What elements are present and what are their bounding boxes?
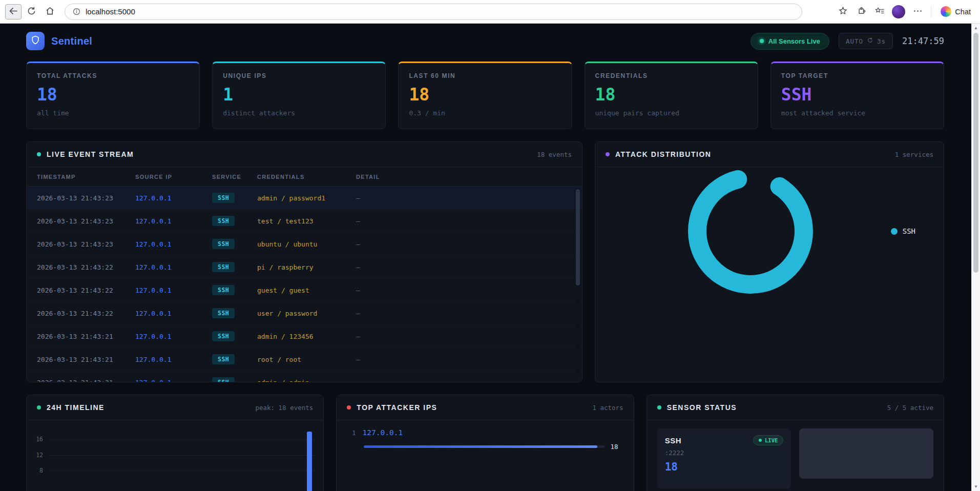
- event-detail: —: [356, 187, 582, 210]
- events-scrollbar[interactable]: [576, 188, 580, 378]
- event-source-ip: 127.0.0.1: [135, 210, 212, 233]
- event-service-cell: SSH: [212, 279, 257, 302]
- sensors-live-badge: All Sensors Live: [750, 33, 829, 50]
- star-icon: [838, 6, 848, 18]
- ellipsis-icon: [912, 6, 923, 18]
- menu-ellipsis-button[interactable]: [909, 4, 926, 20]
- service-badge: SSH: [212, 308, 235, 318]
- sensor-status-panel: SENSOR STATUS 5 / 5 active SSH: [647, 395, 944, 491]
- refresh-button[interactable]: [23, 3, 40, 21]
- stat-sub: unique pairs captured: [595, 109, 747, 117]
- event-timestamp: 2026-03-13 21:43:22: [27, 279, 135, 302]
- table-row: 2026-03-13 21:43:22 127.0.0.1 SSH user /…: [27, 302, 582, 325]
- toolbar-divider: [931, 6, 931, 17]
- stat-sub: most attacked service: [781, 109, 933, 117]
- event-timestamp: 2026-03-13 21:43:21: [27, 348, 135, 371]
- peak-label: peak: 18 events: [255, 404, 313, 412]
- table-row: 2026-03-13 21:43:23 127.0.0.1 SSH admin …: [27, 187, 582, 210]
- site-info-icon[interactable]: [72, 7, 81, 16]
- stat-label: UNIQUE IPS: [223, 72, 375, 79]
- event-source-ip: 127.0.0.1: [135, 279, 212, 302]
- event-timestamp: 2026-03-13 21:43:23: [27, 210, 135, 233]
- col-credentials: CREDENTIALS: [257, 167, 356, 187]
- events-count: 18 events: [537, 151, 572, 158]
- favorites-bar-button[interactable]: [871, 4, 888, 20]
- stat-sub: distinct attackers: [223, 109, 375, 117]
- extensions-button[interactable]: [853, 4, 869, 20]
- y-axis-tick-label: 12: [27, 452, 49, 459]
- panel-title: ATTACK DISTRIBUTION: [615, 150, 711, 158]
- profile-avatar[interactable]: [892, 5, 905, 18]
- home-icon: [45, 6, 55, 18]
- brand: Sentinel: [26, 32, 92, 50]
- gridline: [49, 455, 315, 456]
- url-text: localhost:5000: [86, 7, 135, 16]
- panel-dot-icon: [37, 405, 41, 410]
- header-right: All Sensors Live AUTO 3s 21:47:59: [750, 33, 944, 50]
- service-badge: SSH: [212, 285, 235, 295]
- events-table: TIMESTAMP SOURCE IP SERVICE CREDENTIALS …: [27, 167, 582, 382]
- event-detail: —: [356, 210, 582, 233]
- event-detail: —: [356, 348, 582, 371]
- address-bar[interactable]: localhost:5000: [65, 4, 802, 20]
- event-source-ip: 127.0.0.1: [135, 348, 212, 371]
- event-timestamp: 2026-03-13 21:43:21: [27, 371, 135, 383]
- scroll-down-arrow-icon[interactable]: ▼: [972, 484, 980, 489]
- legend-dot-icon: [891, 228, 898, 235]
- sensor-card-placeholder: [799, 428, 933, 479]
- event-service-cell: SSH: [212, 233, 257, 256]
- dashboard-page: Sentinel All Sensors Live AUTO 3s 21:47:…: [0, 24, 971, 491]
- panel-title: 24H TIMELINE: [47, 403, 105, 412]
- refresh-icon: [26, 6, 37, 18]
- table-row: 2026-03-13 21:43:22 127.0.0.1 SSH guest …: [27, 279, 582, 302]
- stat-card: LAST 60 MIN 18 0.3 / min: [398, 62, 572, 129]
- page-scrollbar[interactable]: ▲ ▼: [971, 24, 980, 491]
- table-row: 2026-03-13 21:43:22 127.0.0.1 SSH pi / r…: [27, 256, 582, 279]
- actors-count: 1 actors: [592, 404, 623, 412]
- events-scrollbar-thumb[interactable]: [576, 189, 580, 285]
- puzzle-icon: [856, 6, 867, 18]
- event-service-cell: SSH: [212, 187, 257, 210]
- event-timestamp: 2026-03-13 21:43:21: [27, 325, 135, 348]
- ip-count: 18: [611, 443, 618, 451]
- scroll-up-arrow-icon[interactable]: ▲: [972, 26, 980, 30]
- event-source-ip: 127.0.0.1: [135, 233, 212, 256]
- auto-interval: 3s: [877, 37, 886, 45]
- top-attacker-ips-panel: TOP ATTACKER IPS 1 actors 1 127.0.0.1: [336, 395, 634, 491]
- table-header-row: TIMESTAMP SOURCE IP SERVICE CREDENTIALS …: [27, 167, 582, 187]
- panel-head: TOP ATTACKER IPS 1 actors: [337, 395, 633, 420]
- col-source-ip: SOURCE IP: [135, 167, 212, 187]
- axis-tick-row: 16: [27, 424, 315, 440]
- gridline: [49, 470, 315, 471]
- event-detail: —: [356, 302, 582, 325]
- back-button[interactable]: [5, 4, 22, 19]
- event-credentials: admin / password1: [257, 187, 356, 210]
- auto-refresh-toggle[interactable]: AUTO 3s: [839, 33, 893, 49]
- clock: 21:47:59: [902, 36, 944, 46]
- stat-card: UNIQUE IPS 1 distinct attackers: [212, 62, 386, 129]
- sensor-status-label: LIVE: [765, 437, 778, 443]
- legend-label: SSH: [903, 227, 915, 235]
- axis-tick-row: 8: [27, 456, 315, 472]
- timeline-panel: 24H TIMELINE peak: 18 events 16: [26, 395, 324, 491]
- event-credentials: test / test123: [257, 210, 356, 233]
- gridline: [49, 439, 315, 440]
- panel-head: SENSOR STATUS 5 / 5 active: [647, 395, 944, 420]
- favorites-star-button[interactable]: [835, 4, 851, 20]
- service-badge: SSH: [212, 216, 235, 226]
- ip-rank: 1: [352, 429, 356, 437]
- ip-bar-track: [364, 445, 604, 448]
- home-button[interactable]: [41, 3, 58, 21]
- panel-title: LIVE EVENT STREAM: [47, 150, 134, 158]
- live-dot-icon: [759, 439, 762, 442]
- panel-dot-icon: [37, 152, 41, 156]
- panel-dot-icon: [657, 405, 661, 410]
- donut-chart: [684, 165, 817, 298]
- scrollbar-thumb[interactable]: [973, 33, 978, 273]
- event-source-ip: 127.0.0.1: [135, 187, 212, 210]
- copilot-chat-button[interactable]: Chat: [936, 4, 975, 19]
- active-sensors-count: 5 / 5 active: [887, 404, 933, 412]
- service-badge: SSH: [212, 262, 235, 272]
- stat-value: 1: [223, 85, 375, 105]
- y-axis-tick-label: 8: [27, 467, 49, 474]
